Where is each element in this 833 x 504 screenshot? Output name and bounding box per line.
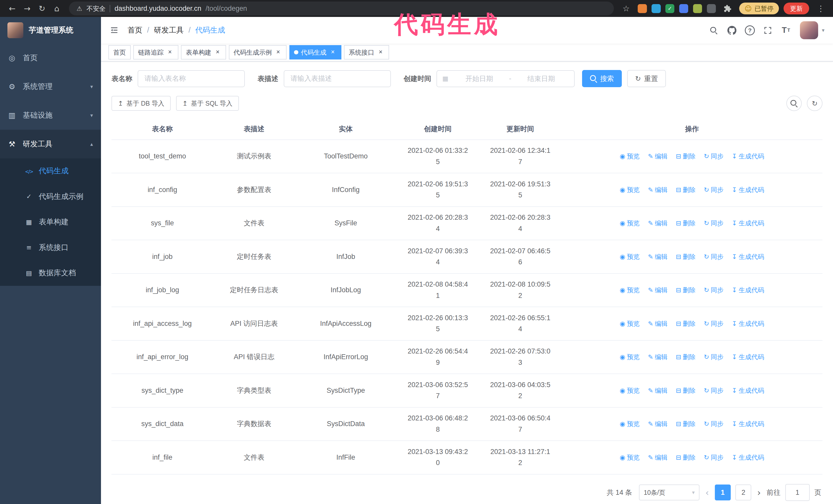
close-icon[interactable]: [166, 49, 173, 56]
close-icon[interactable]: [275, 49, 282, 56]
sidebar-submenu-item[interactable]: 表单构建: [0, 210, 101, 235]
prev-page-button[interactable]: [704, 487, 710, 498]
page-tab[interactable]: 代码生成示例: [229, 45, 287, 59]
search-button[interactable]: 搜索: [582, 70, 622, 87]
browser-menu-icon[interactable]: [814, 2, 828, 16]
row-action-link[interactable]: 预览: [620, 452, 640, 463]
extension-icon[interactable]: [707, 4, 716, 13]
row-action-link[interactable]: 预览: [620, 218, 640, 229]
row-action-link[interactable]: 生成代码: [732, 318, 764, 330]
row-action-link[interactable]: 预览: [620, 151, 640, 162]
row-action-link[interactable]: 编辑: [648, 418, 668, 430]
forward-icon[interactable]: [20, 2, 34, 16]
row-action-link[interactable]: 删除: [676, 285, 696, 296]
page-tab[interactable]: 首页: [109, 45, 131, 59]
page-tab[interactable]: 系统接口: [344, 45, 389, 59]
close-icon[interactable]: [329, 49, 336, 56]
back-icon[interactable]: [5, 2, 19, 16]
row-action-link[interactable]: 生成代码: [732, 184, 764, 196]
reload-icon[interactable]: [35, 2, 49, 16]
row-action-link[interactable]: 预览: [620, 285, 640, 296]
sidebar-menu-item[interactable]: 研发工具: [0, 130, 101, 159]
breadcrumb-item[interactable]: 研发工具: [142, 25, 184, 35]
table-name-input[interactable]: [138, 70, 245, 87]
sidebar-submenu-item[interactable]: 代码生成示例: [0, 184, 101, 209]
row-action-link[interactable]: 预览: [620, 251, 640, 263]
row-action-link[interactable]: 删除: [676, 318, 696, 330]
row-action-link[interactable]: 编辑: [648, 352, 668, 363]
github-icon[interactable]: [724, 23, 739, 38]
row-action-link[interactable]: 同步: [704, 352, 723, 363]
sidebar-submenu-item[interactable]: 代码生成: [0, 159, 101, 184]
row-action-link[interactable]: 生成代码: [732, 418, 764, 430]
update-button[interactable]: 更新: [784, 3, 809, 14]
row-action-link[interactable]: 同步: [704, 318, 723, 330]
toggle-search-button[interactable]: [786, 96, 802, 111]
row-action-link[interactable]: 生成代码: [732, 385, 764, 396]
row-action-link[interactable]: 编辑: [648, 318, 668, 330]
home-icon[interactable]: [50, 2, 64, 16]
date-start-placeholder[interactable]: 开始日期: [452, 74, 507, 83]
import-db-button[interactable]: 基于 DB 导入: [112, 96, 171, 111]
row-action-link[interactable]: 编辑: [648, 151, 668, 162]
extension-icon[interactable]: ✓: [665, 4, 674, 13]
row-action-link[interactable]: 预览: [620, 385, 640, 396]
row-action-link[interactable]: 编辑: [648, 385, 668, 396]
row-action-link[interactable]: 删除: [676, 418, 696, 430]
paused-badge[interactable]: 已暂停: [739, 3, 779, 14]
row-action-link[interactable]: 生成代码: [732, 218, 764, 229]
row-action-link[interactable]: 预览: [620, 318, 640, 330]
date-end-placeholder[interactable]: 结束日期: [514, 74, 569, 83]
row-action-link[interactable]: 生成代码: [732, 251, 764, 263]
extension-icon[interactable]: [693, 4, 702, 13]
breadcrumb-item[interactable]: 首页: [127, 25, 142, 35]
row-action-link[interactable]: 编辑: [648, 285, 668, 296]
extension-icon[interactable]: [679, 4, 688, 13]
page-size-select[interactable]: 10条/页: [639, 484, 699, 500]
font-size-icon[interactable]: [779, 23, 793, 38]
help-icon[interactable]: [743, 23, 757, 38]
chevron-down-icon[interactable]: [822, 27, 824, 33]
row-action-link[interactable]: 预览: [620, 184, 640, 196]
row-action-link[interactable]: 预览: [620, 352, 640, 363]
reset-button[interactable]: 重置: [627, 70, 666, 87]
import-sql-button[interactable]: 基于 SQL 导入: [176, 96, 239, 111]
extension-icon[interactable]: [651, 4, 661, 13]
row-action-link[interactable]: 删除: [676, 452, 696, 463]
app-logo[interactable]: 芋道管理系统: [0, 17, 101, 44]
bookmark-star-icon[interactable]: [619, 2, 633, 16]
row-action-link[interactable]: 同步: [704, 218, 723, 229]
sidebar-menu-item[interactable]: 系统管理: [0, 72, 101, 101]
goto-page-input[interactable]: [785, 484, 810, 501]
sidebar-menu-item[interactable]: 基础设施: [0, 101, 101, 130]
sidebar-menu-item[interactable]: 首页: [0, 44, 101, 72]
row-action-link[interactable]: 删除: [676, 151, 696, 162]
refresh-table-button[interactable]: [807, 96, 822, 111]
row-action-link[interactable]: 删除: [676, 385, 696, 396]
row-action-link[interactable]: 编辑: [648, 251, 668, 263]
close-icon[interactable]: [377, 49, 384, 56]
row-action-link[interactable]: 同步: [704, 151, 723, 162]
row-action-link[interactable]: 删除: [676, 184, 696, 196]
next-page-button[interactable]: [756, 487, 762, 498]
date-range-picker[interactable]: 开始日期 - 结束日期: [436, 70, 575, 87]
sidebar-submenu-item[interactable]: 数据库文档: [0, 261, 101, 286]
row-action-link[interactable]: 生成代码: [732, 285, 764, 296]
row-action-link[interactable]: 生成代码: [732, 151, 764, 162]
page-number-button[interactable]: 1: [715, 484, 731, 500]
extensions-puzzle-icon[interactable]: [721, 2, 735, 16]
row-action-link[interactable]: 同步: [704, 418, 723, 430]
security-label[interactable]: 不安全: [86, 4, 105, 13]
row-action-link[interactable]: 生成代码: [732, 352, 764, 363]
row-action-link[interactable]: 删除: [676, 218, 696, 229]
fullscreen-icon[interactable]: [761, 23, 775, 38]
extension-icon[interactable]: [638, 4, 647, 13]
row-action-link[interactable]: 同步: [704, 452, 723, 463]
page-tab[interactable]: 链路追踪: [133, 45, 178, 59]
row-action-link[interactable]: 编辑: [648, 452, 668, 463]
search-icon[interactable]: [707, 23, 721, 38]
row-action-link[interactable]: 编辑: [648, 218, 668, 229]
table-desc-input[interactable]: [284, 70, 391, 87]
page-tab[interactable]: 表单构建: [181, 45, 226, 59]
breadcrumb-item[interactable]: 代码生成: [184, 25, 225, 35]
